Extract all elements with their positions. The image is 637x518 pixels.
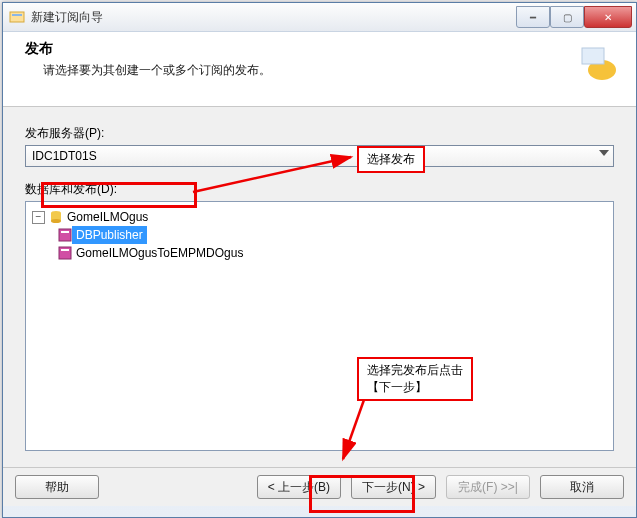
window-controls: ━ ▢ ✕ [516, 6, 632, 28]
window-title: 新建订阅向导 [31, 9, 516, 26]
publications-tree[interactable]: − GomeILMOgus DBPublisher GomeILMOgusToE… [25, 201, 614, 451]
svg-rect-9 [59, 247, 71, 259]
collapse-icon[interactable]: − [32, 211, 45, 224]
svg-rect-8 [61, 231, 69, 233]
back-button[interactable]: < 上一步(B) [257, 475, 341, 499]
tree-item-label: GomeILMOgusToEMPMDOgus [76, 244, 243, 262]
close-button[interactable]: ✕ [584, 6, 632, 28]
svg-rect-10 [61, 249, 69, 251]
page-title: 发布 [25, 40, 618, 58]
back-button-label: < 上一步(B) [268, 479, 330, 496]
tree-root-label: GomeILMOgus [67, 208, 148, 226]
db-publications-label: 数据库和发布(D): [25, 181, 614, 198]
tree-item[interactable]: GomeILMOgusToEMPMDOgus [58, 244, 607, 262]
page-subtitle: 请选择要为其创建一个或多个订阅的发布。 [43, 62, 618, 79]
next-button[interactable]: 下一步(N) > [351, 475, 436, 499]
publisher-server-label: 发布服务器(P): [25, 125, 614, 142]
tree-item-label: DBPublisher [72, 226, 147, 244]
annotation-after-select: 选择完发布后点击 【下一步】 [357, 357, 473, 401]
publication-icon [58, 246, 72, 260]
app-icon [9, 9, 25, 25]
database-icon [49, 210, 63, 224]
svg-rect-7 [59, 229, 71, 241]
annotation-select-publication: 选择发布 [357, 146, 425, 173]
wizard-window: 新建订阅向导 ━ ▢ ✕ 发布 请选择要为其创建一个或多个订阅的发布。 发布服务… [2, 2, 637, 518]
wizard-header: 发布 请选择要为其创建一个或多个订阅的发布。 [3, 32, 636, 107]
help-button[interactable]: 帮助 [15, 475, 99, 499]
svg-rect-1 [12, 14, 22, 16]
titlebar: 新建订阅向导 ━ ▢ ✕ [3, 3, 636, 32]
header-graphic-icon [576, 40, 620, 84]
tree-item-selected[interactable]: DBPublisher [58, 226, 607, 244]
svg-rect-0 [10, 12, 24, 22]
wizard-content: 发布服务器(P): IDC1DT01S 数据库和发布(D): − GomeILM… [3, 107, 636, 467]
minimize-button[interactable]: ━ [516, 6, 550, 28]
publication-icon [58, 228, 72, 242]
publisher-server-dropdown[interactable]: IDC1DT01S [25, 145, 614, 167]
next-button-label: 下一步(N) > [362, 479, 425, 496]
finish-button: 完成(F) >>| [446, 475, 530, 499]
help-button-label: 帮助 [45, 479, 69, 496]
svg-rect-3 [582, 48, 604, 64]
cancel-button-label: 取消 [570, 479, 594, 496]
svg-point-6 [51, 219, 61, 223]
cancel-button[interactable]: 取消 [540, 475, 624, 499]
chevron-down-icon [599, 150, 609, 156]
wizard-footer: 帮助 < 上一步(B) 下一步(N) > 完成(F) >>| 取消 [3, 467, 636, 506]
publisher-server-value: IDC1DT01S [32, 149, 97, 163]
finish-button-label: 完成(F) >>| [458, 479, 518, 496]
tree-root-node[interactable]: − GomeILMOgus [32, 208, 607, 226]
maximize-button[interactable]: ▢ [550, 6, 584, 28]
